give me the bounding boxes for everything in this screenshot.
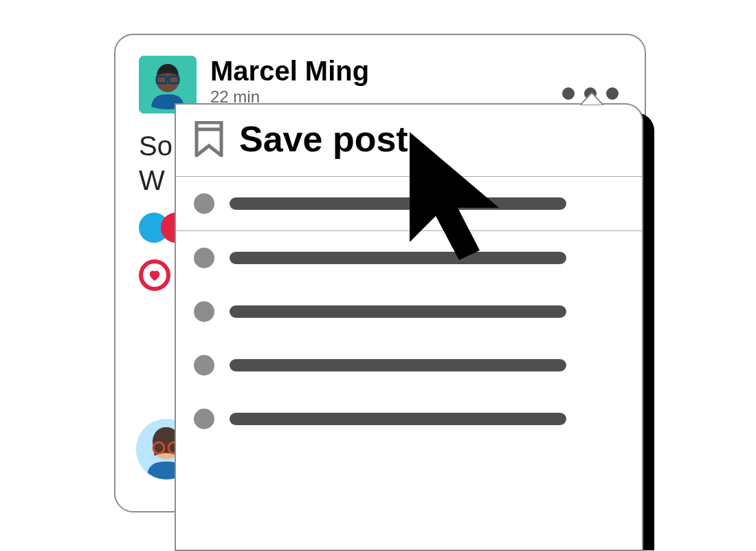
placeholder-bar <box>230 197 566 210</box>
bullet-icon <box>194 248 214 268</box>
bullet-icon <box>194 409 214 429</box>
bookmark-icon <box>194 121 224 157</box>
bullet-icon <box>194 193 214 214</box>
menu-pointer <box>580 93 603 105</box>
menu-item-placeholder[interactable] <box>176 285 642 338</box>
svg-marker-9 <box>580 93 603 105</box>
menu-item-label: Save post <box>239 118 408 160</box>
bullet-icon <box>194 301 214 322</box>
menu-item-placeholder[interactable] <box>176 392 642 446</box>
bullet-icon <box>194 355 214 376</box>
dots-icon <box>562 87 575 100</box>
placeholder-bar <box>230 359 566 371</box>
love-button[interactable] <box>139 259 170 291</box>
placeholder-bar <box>230 305 566 318</box>
menu-item-placeholder[interactable] <box>176 338 642 392</box>
dots-icon <box>606 87 619 100</box>
placeholder-bar <box>230 413 566 425</box>
author-name[interactable]: Marcel Ming <box>210 56 369 86</box>
cursor-icon <box>403 132 513 263</box>
post-header: Marcel Ming 22 min <box>115 35 645 114</box>
svg-marker-11 <box>410 132 499 260</box>
heart-icon <box>147 268 162 283</box>
placeholder-bar <box>230 252 566 264</box>
